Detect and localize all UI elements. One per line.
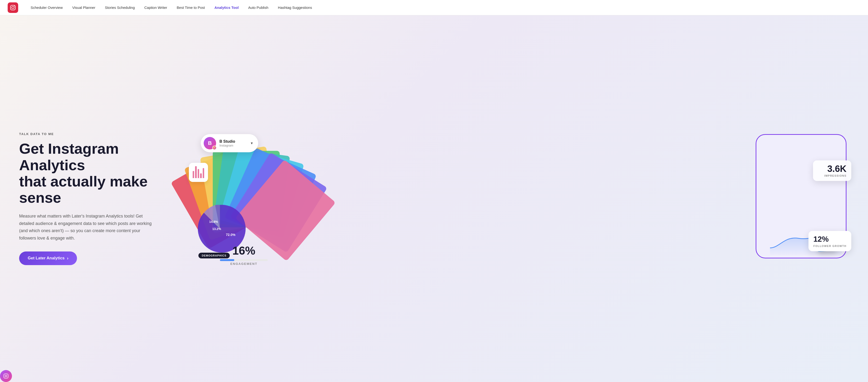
nav-stories-scheduling[interactable]: Stories Scheduling bbox=[100, 0, 140, 15]
nav-analytics-tool[interactable]: Analytics Tool bbox=[210, 0, 243, 15]
bar-2 bbox=[195, 166, 196, 178]
engagement-label: ENGAGEMENT bbox=[220, 262, 268, 265]
hero-title: Get Instagram Analytics that actually ma… bbox=[19, 140, 167, 206]
cta-arrow-icon: › bbox=[67, 256, 68, 261]
engagement-value: 16% bbox=[220, 244, 268, 257]
impressions-card: 3.6K IMPRESSIONS bbox=[813, 160, 851, 181]
growth-value: 12% bbox=[813, 235, 846, 244]
svg-rect-8 bbox=[4, 374, 8, 378]
engagement-progress-bar bbox=[220, 259, 268, 261]
bar-4 bbox=[200, 173, 202, 178]
impressions-label: IMPRESSIONS bbox=[818, 174, 846, 177]
nav-auto-publish[interactable]: Auto Publish bbox=[243, 0, 273, 15]
svg-point-9 bbox=[5, 375, 7, 377]
account-selector-card[interactable]: B B Studio Instagram ▼ bbox=[201, 134, 258, 152]
hero-title-line2: that actually make sense bbox=[19, 173, 148, 206]
instagram-logo-icon bbox=[8, 2, 18, 13]
avatar: B bbox=[204, 137, 216, 150]
pie-segment1-label: 72.0% bbox=[226, 233, 236, 237]
pie-segment3-label: 13.2% bbox=[212, 227, 221, 231]
hero-left: TALK DATA TO ME Get Instagram Analytics … bbox=[19, 132, 167, 265]
svg-rect-0 bbox=[8, 2, 18, 13]
pie-segment2-label: 14.8% bbox=[209, 220, 218, 224]
hero-section: TALK DATA TO ME Get Instagram Analytics … bbox=[0, 15, 868, 382]
hero-title-line1: Get Instagram Analytics bbox=[19, 140, 119, 173]
nav-best-time-to-post[interactable]: Best Time to Post bbox=[172, 0, 210, 15]
bar-1 bbox=[193, 171, 194, 178]
account-platform: Instagram bbox=[219, 144, 247, 147]
bar-3 bbox=[198, 169, 199, 178]
nav-visual-planner[interactable]: Visual Planner bbox=[67, 0, 100, 15]
hero-description: Measure what matters with Later's Instag… bbox=[19, 213, 153, 242]
account-info: B Studio Instagram bbox=[219, 139, 247, 147]
instagram-badge-icon bbox=[212, 146, 217, 150]
engagement-area: 16% ENGAGEMENT bbox=[220, 244, 268, 265]
chevron-down-icon[interactable]: ▼ bbox=[250, 141, 253, 145]
svg-point-5 bbox=[214, 147, 215, 148]
bottom-avatar bbox=[0, 370, 12, 382]
engagement-bar-fill bbox=[220, 259, 234, 261]
growth-label: FOLLOWER GROWTH bbox=[813, 245, 846, 247]
cta-get-later-analytics-button[interactable]: Get Later Analytics › bbox=[19, 252, 77, 265]
svg-point-6 bbox=[215, 147, 215, 147]
nav-caption-writer[interactable]: Caption Writer bbox=[140, 0, 172, 15]
hero-illustration: B B Studio Instagram ▼ bbox=[182, 127, 849, 270]
account-name: B Studio bbox=[219, 139, 247, 144]
nav-links: Scheduler Overview Visual Planner Storie… bbox=[26, 0, 317, 15]
follower-growth-card: 12% FOLLOWER GROWTH bbox=[808, 231, 851, 251]
svg-point-3 bbox=[14, 5, 15, 6]
navbar: Scheduler Overview Visual Planner Storie… bbox=[0, 0, 868, 15]
bar-chart-widget bbox=[189, 163, 208, 182]
impressions-value: 3.6K bbox=[818, 164, 846, 173]
bar-5 bbox=[203, 168, 204, 178]
hero-eyebrow: TALK DATA TO ME bbox=[19, 132, 167, 136]
nav-scheduler-overview[interactable]: Scheduler Overview bbox=[26, 0, 67, 15]
nav-hashtag-suggestions[interactable]: Hashtag Suggestions bbox=[273, 0, 317, 15]
cta-label: Get Later Analytics bbox=[28, 256, 65, 261]
svg-rect-4 bbox=[214, 147, 215, 149]
